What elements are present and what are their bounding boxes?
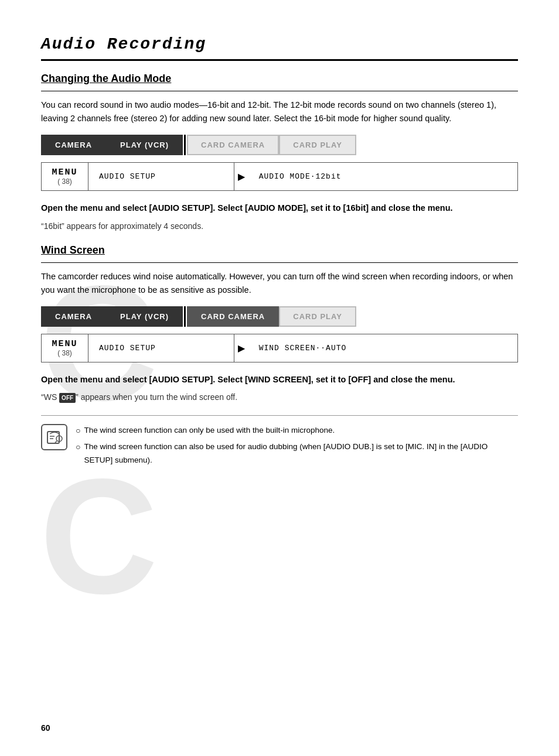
off-badge: OFF xyxy=(59,393,76,403)
audio-mode-note: “16bit” appears for approximately 4 seco… xyxy=(41,220,518,232)
note-box: ○ The wind screen function can only be u… xyxy=(41,415,518,470)
wind-screen-buttons-row: CAMERA PLAY (VCR) CARD CAMERA CARD PLAY xyxy=(41,306,518,327)
section-wind-screen: Wind Screen The camcorder reduces wind n… xyxy=(41,244,518,470)
audio-mode-buttons-row: CAMERA PLAY (VCR) CARD CAMERA CARD PLAY xyxy=(41,135,518,155)
btn-camera-2[interactable]: CAMERA xyxy=(41,306,106,327)
note-item-1: ○ The wind screen function can only be u… xyxy=(76,424,518,438)
menu-label-text-1: MENU xyxy=(52,167,77,177)
audio-mode-value-1: AUDIO MODE·12bit xyxy=(248,163,517,190)
note-items: ○ The wind screen function can only be u… xyxy=(76,424,518,470)
btn-card-camera-2[interactable]: CARD CAMERA xyxy=(187,306,279,327)
page-number: 60 xyxy=(41,723,50,733)
wind-screen-body: The camcorder reduces wind noise automat… xyxy=(41,270,518,297)
menu-arrow-2: ▶ xyxy=(234,334,248,362)
note-item-2: ○ The wind screen function can also be u… xyxy=(76,440,518,467)
note-icon xyxy=(41,424,67,450)
section-audio-mode-divider xyxy=(41,91,518,91)
page-title: Audio Recording xyxy=(41,35,518,53)
btn-play-vcr-1[interactable]: PLAY (VCR) xyxy=(106,135,183,155)
wind-screen-note: “WS OFF” appears when you turn the wind … xyxy=(41,391,518,403)
menu-label-text-2: MENU xyxy=(52,339,77,349)
btn-camera-1[interactable]: CAMERA xyxy=(41,135,106,155)
wind-screen-value: WIND SCREEN··AUTO xyxy=(248,334,517,362)
mode-divider-v-2 xyxy=(184,306,186,327)
audio-setup-item-2: AUDIO SETUP xyxy=(88,334,234,362)
btn-card-play-1[interactable]: CARD PLAY xyxy=(279,135,356,155)
menu-label-2: MENU ( 38) xyxy=(42,334,88,362)
title-divider xyxy=(41,59,518,61)
svg-line-4 xyxy=(55,441,57,443)
audio-setup-item-1: AUDIO SETUP xyxy=(88,163,234,190)
menu-label-1: MENU ( 38) xyxy=(42,163,88,190)
btn-card-camera-1[interactable]: CARD CAMERA xyxy=(187,135,279,155)
section-audio-mode-title: Changing the Audio Mode xyxy=(41,73,518,85)
audio-mode-menu-row: MENU ( 38) AUDIO SETUP ▶ AUDIO MODE·12bi… xyxy=(41,162,518,191)
note-bullet-1: ○ xyxy=(76,424,80,438)
section-wind-screen-title: Wind Screen xyxy=(41,244,518,256)
audio-mode-instruction: Open the menu and select [AUDIO SETUP]. … xyxy=(41,201,518,215)
menu-arrow-1: ▶ xyxy=(234,163,248,190)
btn-card-play-2[interactable]: CARD PLAY xyxy=(279,306,356,327)
section-audio-mode: Changing the Audio Mode You can record s… xyxy=(41,73,518,232)
btn-play-vcr-2[interactable]: PLAY (VCR) xyxy=(106,306,183,327)
menu-label-sub-1: ( 38) xyxy=(57,177,72,186)
section-wind-screen-divider xyxy=(41,262,518,263)
menu-label-sub-2: ( 38) xyxy=(57,349,72,357)
wind-screen-instruction: Open the menu and select [AUDIO SETUP]. … xyxy=(41,373,518,386)
wind-screen-menu-row: MENU ( 38) AUDIO SETUP ▶ WIND SCREEN··AU… xyxy=(41,334,518,362)
mode-divider-v-1 xyxy=(184,135,186,155)
note-bullet-2: ○ xyxy=(76,440,80,454)
audio-mode-body: You can record sound in two audio modes—… xyxy=(41,98,518,125)
